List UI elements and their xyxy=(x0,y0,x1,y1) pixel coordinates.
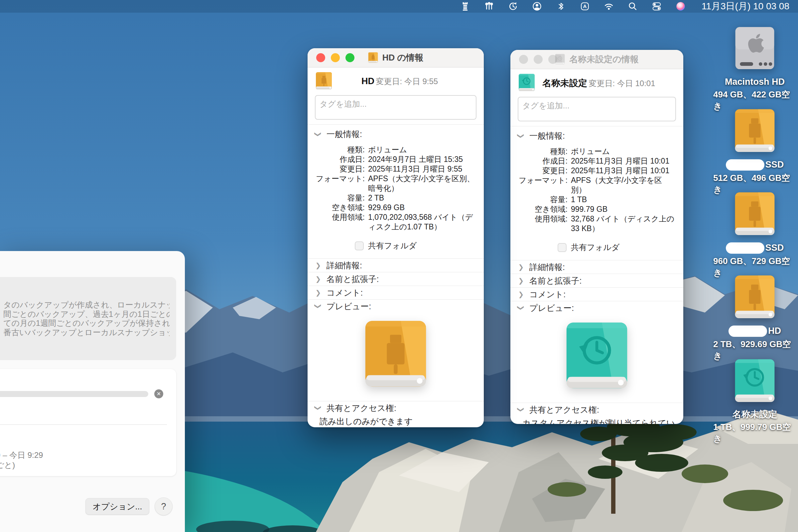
section-preview[interactable]: プレビュー: xyxy=(307,299,484,313)
info-key: 変更日: xyxy=(510,166,571,175)
info-key: フォーマット: xyxy=(510,175,571,195)
drive-label: Macintosh HD xyxy=(725,77,785,87)
info-row: フォーマット: APFS（大文字/小文字を区別） xyxy=(510,175,677,195)
time-machine-status-icon[interactable] xyxy=(508,1,518,11)
info-row: 使用領域: 1,070,202,093,568 バイト（ディスク上の1.07 T… xyxy=(307,212,477,232)
collapsed-section-row[interactable]: 詳細情報: xyxy=(510,260,683,274)
info-key: 容量: xyxy=(307,193,368,203)
info-row: 空き領域: 999.79 GB xyxy=(510,205,677,214)
external-usb-drive-icon xyxy=(734,274,775,322)
info-row: フォーマット: APFS（大文字/小文字を区別、暗号化） xyxy=(307,174,477,193)
desktop-drive-icon[interactable]: SSD 512 GB、496 GB空き xyxy=(713,108,796,195)
drive-preview-icon xyxy=(565,321,628,393)
info-value: 999.79 GB xyxy=(571,205,677,214)
time-machine-drive-icon xyxy=(734,358,775,405)
description-line: 間ごとのバックアップ、過去1ヶ月の1日ごとの xyxy=(3,309,170,319)
info-key: 種類: xyxy=(510,147,571,156)
desktop-drive-icon[interactable]: SSD 960 GB、729 GB空き xyxy=(713,191,796,279)
chevron-right-icon xyxy=(518,263,524,271)
macintosh-hd-icon xyxy=(734,26,775,73)
tower-status-icon[interactable] xyxy=(460,1,470,11)
info-key: 容量: xyxy=(510,195,571,205)
window-title: HD の情報 xyxy=(382,52,423,63)
drive-icon xyxy=(518,74,535,92)
titlebar[interactable]: 名称未設定の情報 xyxy=(510,50,683,69)
item-name: HD xyxy=(361,76,374,86)
backup-info-line: ごと) xyxy=(0,460,43,470)
backup-info-line: 0 – 今日 9:29 xyxy=(0,450,43,460)
drive-preview-icon xyxy=(364,320,427,392)
minimize-button[interactable] xyxy=(534,55,543,64)
info-value: 2025年11月3日 月曜日 10:01 xyxy=(571,166,677,175)
chevron-down-icon xyxy=(314,131,322,138)
collapsed-sections: 詳細情報: 名前と拡張子: コメント: xyxy=(307,258,484,299)
titlebar[interactable]: HD の情報 xyxy=(307,48,484,68)
close-button[interactable] xyxy=(316,53,325,62)
collapsed-section-row[interactable]: 詳細情報: xyxy=(307,258,484,272)
help-button[interactable]: ? xyxy=(155,497,173,515)
time-machine-settings-panel: タのバックアップが作成され、ローカルスナッ間ごとのバックアップ、過去1ヶ月の1日… xyxy=(0,251,185,532)
section-general-info[interactable]: 一般情報: xyxy=(510,126,683,145)
item-header: 名称未設定 変更日: 今日 10:01 xyxy=(510,69,683,95)
tag-input[interactable] xyxy=(315,95,476,120)
general-info-table: 種類: ボリューム 作成日: 2024年9月7日 土曜日 15:35 変更日: … xyxy=(307,144,484,232)
info-value: APFS（大文字/小文字を区別） xyxy=(571,175,677,195)
section-preview[interactable]: プレビュー: xyxy=(510,301,683,315)
redaction-pill xyxy=(726,242,764,254)
section-general-info[interactable]: 一般情報: xyxy=(307,125,484,144)
preview-area xyxy=(510,315,683,403)
keys-status-icon[interactable] xyxy=(484,1,494,11)
desktop-drive-icon[interactable]: 名称未設定 1 TB、999.79 GB空き xyxy=(713,358,796,444)
control-center-icon[interactable] xyxy=(652,1,662,11)
desktop-drive-icon[interactable]: HD 2 TB、929.69 GB空き xyxy=(713,274,796,362)
info-value: 1 TB xyxy=(571,195,677,205)
item-name: 名称未設定 xyxy=(542,78,587,88)
collapsed-section-row[interactable]: 名前と拡張子: xyxy=(510,274,683,287)
description-line: 番古いバックアップとローカルスナップショット xyxy=(3,328,170,337)
chevron-right-icon xyxy=(315,261,322,269)
info-key: 空き領域: xyxy=(307,203,368,212)
collapsed-section-row[interactable]: コメント: xyxy=(307,286,484,299)
section-sharing-permissions[interactable]: 共有とアクセス権: xyxy=(307,401,484,415)
cancel-backup-button[interactable]: ✕ xyxy=(154,390,163,398)
info-row: 容量: 1 TB xyxy=(510,195,677,205)
wifi-icon[interactable] xyxy=(604,1,614,11)
backup-info: 0 – 今日 9:29ごと) xyxy=(0,450,43,470)
collapsed-section-row[interactable]: コメント: xyxy=(510,287,683,301)
general-info-table: 種類: ボリューム 作成日: 2025年11月3日 月曜日 10:01 変更日:… xyxy=(510,145,683,233)
section-sharing-permissions[interactable]: 共有とアクセス権: xyxy=(510,403,683,416)
bluetooth-icon[interactable] xyxy=(556,1,566,11)
shared-folder-checkbox xyxy=(355,241,364,250)
desktop-drive-icon[interactable]: Macintosh HD 494 GB、422 GB空き xyxy=(713,26,796,112)
user-account-icon[interactable] xyxy=(532,1,542,11)
item-modified: 変更日: 今日 9:55 xyxy=(376,77,438,86)
info-key: フォーマット: xyxy=(307,174,368,193)
close-button[interactable] xyxy=(519,55,528,64)
chevron-right-icon xyxy=(315,289,322,297)
backup-description-box: タのバックアップが作成され、ローカルスナッ間ごとのバックアップ、過去1ヶ月の1日… xyxy=(0,277,176,360)
redaction-pill xyxy=(728,325,767,337)
tag-input[interactable] xyxy=(518,97,676,121)
info-row: 種類: ボリューム xyxy=(307,145,477,155)
info-value: 2 TB xyxy=(368,193,477,203)
info-row: 変更日: 2025年11月3日 月曜日 9:55 xyxy=(307,164,477,174)
chevron-down-icon xyxy=(517,305,525,311)
collapsed-section-row[interactable]: 名前と拡張子: xyxy=(307,272,484,286)
menu-bar: A 11月3日(月) 10 03 08 xyxy=(0,0,798,13)
external-usb-drive-icon xyxy=(734,108,775,155)
info-row: 種類: ボリューム xyxy=(510,147,677,156)
drive-icon xyxy=(316,72,332,91)
spotlight-search-icon[interactable] xyxy=(628,1,638,11)
drive-capacity: 1 TB、999.79 GB空き xyxy=(713,421,796,444)
input-source-icon[interactable]: A xyxy=(580,1,590,11)
options-button[interactable]: オプション... xyxy=(86,498,149,515)
proxy-drive-icon xyxy=(555,54,565,65)
siri-icon[interactable] xyxy=(676,1,686,11)
menu-bar-clock[interactable]: 11月3日(月) 10 03 08 xyxy=(702,0,790,13)
svg-text:A: A xyxy=(583,3,587,9)
zoom-button[interactable] xyxy=(345,53,355,62)
info-row: 変更日: 2025年11月3日 月曜日 10:01 xyxy=(510,166,677,175)
minimize-button[interactable] xyxy=(331,53,340,62)
backup-progress-bar xyxy=(0,391,148,397)
info-value: APFS（大文字/小文字を区別、暗号化） xyxy=(368,174,477,193)
